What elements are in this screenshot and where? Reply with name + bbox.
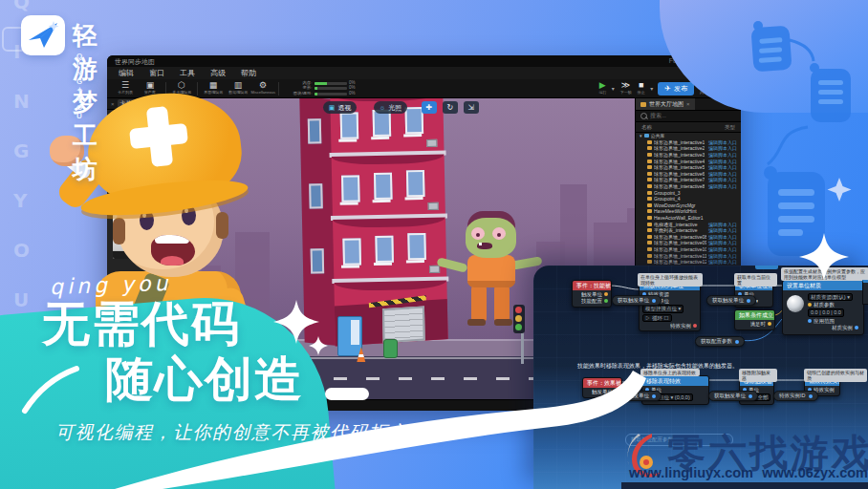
shutter-door	[382, 306, 425, 343]
ac-unit	[426, 139, 437, 147]
folder-icon	[640, 102, 646, 107]
performance-stats: 内存:0%变形:0%图块/调用:0%	[288, 81, 356, 96]
hierarchy-row[interactable]: 球形边界墙_interactive6编辑脚本入口	[636, 171, 741, 178]
light-icon: ☼	[380, 104, 385, 111]
clipped-tab	[755, 266, 778, 269]
stop-dropdown[interactable]: ▾	[650, 85, 653, 92]
vertical-letter: Q	[13, 0, 30, 13]
value-node[interactable]: 获取触发单位	[706, 295, 756, 306]
value-node[interactable]: 获取触发单位	[612, 295, 662, 306]
play-icon: ▶	[599, 81, 606, 90]
search-icon	[640, 113, 647, 119]
headline-dash	[325, 388, 369, 400]
node-comment: 在单位身上循环播放技能表现特效	[638, 273, 703, 287]
headline-line1: 无需代码	[42, 292, 241, 356]
perspective-chip[interactable]: ▣ 透视	[323, 101, 358, 114]
hierarchy-row[interactable]: 球形边界墙_interactive4编辑脚本入口	[636, 158, 741, 164]
ac-unit	[427, 202, 438, 210]
hierarchy-row[interactable]: 球形边界墙_interactive12编辑脚本入口	[636, 259, 741, 266]
zombie-character[interactable]	[458, 211, 525, 345]
menu-item[interactable]: 帮助	[241, 68, 256, 78]
menu-bar: 编辑窗口工具高级帮助	[107, 67, 741, 79]
hierarchy-row[interactable]: 电梯通道_interactive编辑脚本入口	[636, 221, 741, 227]
hierarchy-row[interactable]: HaveMeetWorldHint	[636, 208, 741, 215]
vending-machine	[337, 316, 362, 356]
graph-node-event[interactable]: 事件：技能被移除触发单位技能配置	[572, 280, 612, 308]
node-comment: 移除附加触发器	[739, 369, 777, 382]
perspective-icon: ▣	[329, 104, 336, 112]
play-button[interactable]: ▶ 运行	[598, 81, 607, 96]
node-clipped	[862, 280, 868, 305]
perf-row: 内存:0%	[288, 81, 356, 86]
graph-node-material[interactable]: 设置单位材质材质资源(默认) ▾材质参数0.0 | 0.0 | 0.0应用范围材…	[782, 280, 864, 335]
paper-plane-icon: ✈	[664, 84, 671, 93]
scale-tool-button[interactable]: ⇲	[464, 101, 479, 114]
menu-item[interactable]: 编辑	[119, 68, 134, 78]
next-frame-icon: ≫	[621, 81, 630, 90]
building-model[interactable]	[299, 98, 458, 349]
value-node[interactable]: 获取触发单位	[612, 391, 662, 401]
hierarchy-root-row[interactable]: ▾公共库	[636, 133, 741, 139]
watermark-url-left: www.lingliuyx.com	[629, 465, 753, 480]
hierarchy-row[interactable]: 球形边界墙_interactive7编辑脚本入口	[636, 177, 741, 183]
watermark-urls: www.lingliuyx.com www.06zyx.com	[629, 465, 868, 480]
hierarchy-row[interactable]: Groupoint_3	[636, 189, 741, 196]
hierarchy-search[interactable]: 搜索...	[636, 111, 741, 122]
hierarchy-columns: 名称 类型	[636, 122, 741, 133]
play-dropdown[interactable]: ▾	[612, 85, 615, 92]
hierarchy-row[interactable]: 球形边界墙_interactive1编辑脚本入口	[636, 139, 741, 146]
menu-item[interactable]: 高级	[210, 68, 226, 78]
stop-icon: ■	[639, 81, 643, 90]
hierarchy-row[interactable]: 球形边界墙_interactive11编辑脚本入口	[636, 252, 741, 259]
hierarchy-row[interactable]: 球形边界墙_interactive08编辑脚本入口	[636, 234, 741, 241]
barrel	[383, 339, 398, 358]
vertical-letter: O	[13, 239, 30, 262]
value-node[interactable]: 特效实例ID	[773, 391, 818, 401]
hierarchy-row[interactable]: 平面列表_interactive编辑脚本入口	[636, 227, 741, 234]
hierarchy-row[interactable]: 球形边界墙_interactive3编辑脚本入口	[636, 152, 741, 159]
small-star-icon	[828, 178, 852, 202]
vertical-letter: U	[13, 288, 29, 311]
tagline: 可视化编程，让你的创意不再被代码拒之门外	[55, 420, 447, 445]
hierarchy-tab[interactable]: 世界大厅地图 ×	[636, 98, 695, 110]
vertical-letter: I	[13, 40, 20, 63]
perf-row: 图块/调用:0%	[288, 92, 356, 96]
hierarchy-row[interactable]: 球形边界墙_interactive2编辑脚本入口	[636, 145, 741, 152]
hierarchy-row[interactable]: Groupoint_4	[636, 196, 741, 202]
next-frame-button[interactable]: ≫ 下一帧	[619, 81, 633, 96]
menu-item[interactable]: 窗口	[149, 68, 164, 78]
hierarchy-row[interactable]: 球形边界墙_interactive10编辑脚本入口	[636, 246, 741, 253]
vertical-letter: G	[13, 139, 29, 162]
hierarchy-row[interactable]: 球形边界墙_interactive8编辑脚本入口	[636, 183, 741, 190]
hierarchy-row[interactable]: 球形边界墙_interactive09编辑脚本入口	[636, 240, 741, 246]
hierarchy-row[interactable]: HaveActorWall_Editor1	[636, 215, 741, 222]
publish-button[interactable]: ✈ 发布	[658, 82, 694, 96]
ac-unit	[429, 266, 440, 273]
vertical-letter: N	[13, 90, 30, 113]
move-tool-button[interactable]: ✚	[422, 101, 437, 114]
watermark-strip	[621, 482, 868, 489]
node-comment: 获取单位当前位置	[734, 273, 777, 287]
perf-row: 变形:0%	[288, 86, 356, 91]
value-node[interactable]: 获取触发单位	[708, 391, 758, 401]
value-node[interactable]: 获取配置参数	[695, 336, 745, 347]
material-sphere-preview	[787, 295, 804, 312]
menu-item[interactable]: 工具	[180, 68, 195, 78]
lighting-chip[interactable]: ☼ 光照	[374, 101, 407, 114]
close-icon[interactable]: ×	[686, 101, 690, 107]
hierarchy-row[interactable]: WowDownSyncMgr	[636, 202, 741, 209]
headline-line2: 随心创造	[105, 348, 304, 412]
brand-logo-icon	[21, 15, 65, 55]
zombie-eye	[471, 227, 485, 240]
node-comment: 销毁已创建的特效实例与材质	[804, 369, 867, 382]
zombie-eye	[492, 227, 506, 240]
graph-caption: 技能效果时移除表现效果，并移除实际包含技能效果的触发器。	[577, 362, 797, 371]
graph-node-action[interactable]: 播放特效到单位特效资源目标单位模型挂接点位 ▾▷ 循环 ☐特效实例	[639, 280, 701, 331]
stop-button[interactable]: ■ 停止	[637, 81, 645, 96]
editor-titlebar: 世界同步地图 FunnySoccer	[107, 55, 741, 67]
window-title: 世界同步地图	[115, 57, 155, 67]
rotate-tool-button[interactable]: ↻	[443, 101, 458, 114]
hierarchy-row[interactable]: 球形边界墙_interactive5编辑脚本入口	[636, 164, 741, 171]
watermark-url-right: www.06zyx.com	[762, 465, 868, 480]
graph-node-branch[interactable]: 如果条件成立满足时	[734, 309, 775, 330]
